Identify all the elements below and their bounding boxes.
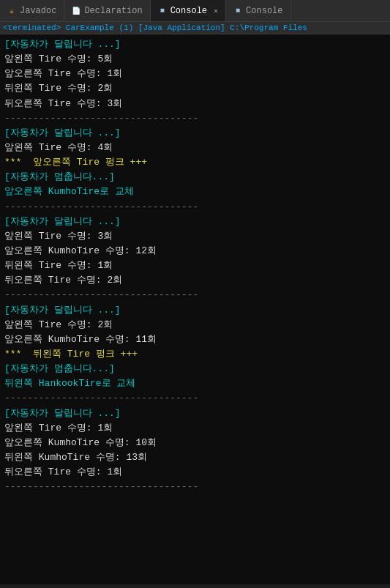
console-line: 뒤왼쪽 Tire 수명: 1회: [4, 258, 386, 273]
tab-console1-close[interactable]: ✕: [214, 7, 218, 15]
tab-bar: ☕ Javadoc 📄 Declaration ■ Console ✕ ■ Co…: [0, 0, 390, 22]
console-line: [자동차가 달립니다 ...]: [4, 37, 386, 52]
console-line: 뒤오른쪽 Tire 수명: 1회: [4, 465, 386, 480]
tab-console2-label: Console: [246, 6, 282, 16]
console-line: 앞왼쪽 Tire 수명: 5회: [4, 52, 386, 67]
tab-console2[interactable]: ■ Console: [226, 0, 290, 21]
console-line: [자동차가 멈춥니다...]: [4, 362, 386, 376]
console-line: ----------------------------------: [4, 111, 386, 126]
console-line: 앞오른쪽 KumhoTire 수명: 12회: [4, 244, 386, 258]
console-line: ----------------------------------: [4, 480, 386, 494]
tab-declaration-label: Declaration: [84, 6, 142, 16]
console-line: 앞왼쪽 Tire 수명: 1회: [4, 421, 386, 436]
console-line: *** 뒤왼쪽 Tire 펑크 +++: [4, 347, 386, 362]
console-content[interactable]: [자동차가 달립니다 ...]앞왼쪽 Tire 수명: 5회앞오른쪽 Tire …: [0, 34, 390, 584]
console-line: 앞왼쪽 Tire 수명: 2회: [4, 318, 386, 332]
console2-icon: ■: [233, 7, 242, 15]
status-bar: <terminated> CarExample (1) [Java Applic…: [0, 22, 390, 34]
console-line: 앞오른쪽 KumhoTire 수명: 10회: [4, 436, 386, 450]
console-line: 뒤오른쪽 Tire 수명: 3회: [4, 97, 386, 111]
console-line: ----------------------------------: [4, 288, 386, 302]
console-line: 앞오른쪽 KumhoTire로 교체: [4, 185, 386, 199]
console-line: ----------------------------------: [4, 200, 386, 215]
console-line: 뒤왼쪽 Tire 수명: 2회: [4, 81, 386, 96]
javadoc-icon: ☕: [7, 7, 16, 15]
console-line: 앞오른쪽 KumhoTire 수명: 11회: [4, 332, 386, 347]
console-line: 앞왼쪽 Tire 수명: 3회: [4, 229, 386, 244]
console-line: *** 앞오른쪽 Tire 펑크 +++: [4, 155, 386, 170]
tab-declaration[interactable]: 📄 Declaration: [64, 0, 150, 21]
tab-console1-label: Console: [170, 6, 207, 16]
console-line: [자동차가 달립니다 ...]: [4, 303, 386, 318]
console-line: [자동차가 달립니다 ...]: [4, 126, 386, 141]
tab-javadoc-label: Javadoc: [20, 6, 56, 16]
declaration-icon: 📄: [72, 7, 80, 15]
console-line: [자동차가 달립니다 ...]: [4, 215, 386, 229]
console-line: ----------------------------------: [4, 391, 386, 406]
console-line: 뒤왼쪽 HankookTire로 교체: [4, 376, 386, 391]
console1-icon: ■: [158, 7, 167, 15]
console-line: 뒤왼쪽 KumhoTire 수명: 13회: [4, 450, 386, 465]
console-line: [자동차가 달립니다 ...]: [4, 406, 386, 421]
console-line: 앞왼쪽 Tire 수명: 4회: [4, 141, 386, 155]
tab-console1[interactable]: ■ Console ✕: [151, 0, 226, 21]
console-line: [자동차가 멈춥니다...]: [4, 170, 386, 185]
console-line: 뒤오른쪽 Tire 수명: 2회: [4, 273, 386, 288]
console-line: 앞오른쪽 Tire 수명: 1회: [4, 67, 386, 81]
tab-javadoc[interactable]: ☕ Javadoc: [0, 0, 64, 21]
